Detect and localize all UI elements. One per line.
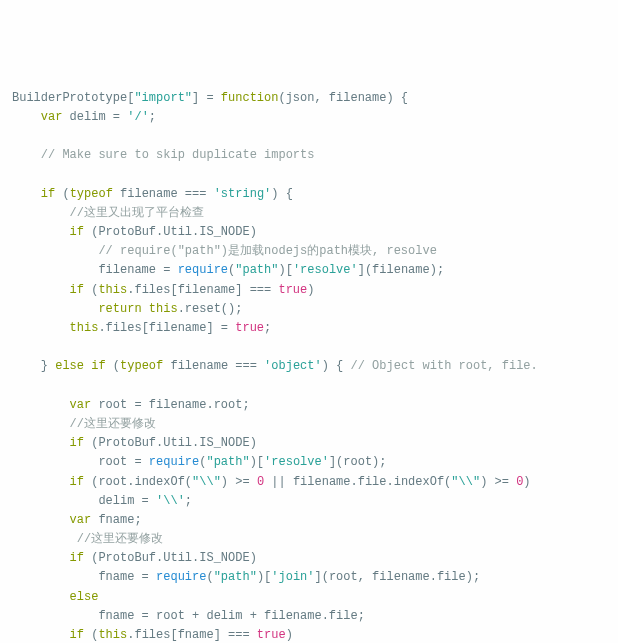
code-token: require — [156, 570, 206, 584]
code-token — [12, 513, 70, 527]
code-token: )[ — [250, 455, 264, 469]
code-token — [12, 417, 70, 431]
code-token: filename === — [113, 187, 214, 201]
code-token: require — [178, 263, 228, 277]
code-token — [12, 244, 98, 258]
code-token: || filename.file.indexOf( — [264, 475, 451, 489]
code-token: 'string' — [214, 187, 272, 201]
code-token: true — [235, 321, 264, 335]
code-token — [12, 436, 70, 450]
code-token: )[ — [257, 570, 271, 584]
code-token — [12, 206, 70, 220]
code-token: if — [91, 359, 105, 373]
code-token: ( — [106, 359, 120, 373]
code-token: if — [70, 225, 84, 239]
code-token: // Object with root, file. — [351, 359, 538, 373]
code-token — [12, 321, 70, 335]
code-token — [12, 187, 41, 201]
code-token: ; — [149, 110, 156, 124]
code-token: typeof — [70, 187, 113, 201]
code-token: ) — [523, 475, 530, 489]
code-token: .files[fname] === — [127, 628, 257, 642]
code-token: ( — [84, 628, 98, 642]
code-token: .files[filename] = — [98, 321, 235, 335]
code-token: ( — [206, 570, 213, 584]
code-token: // require("path")是加载nodejs的path模块, reso… — [98, 244, 436, 258]
code-token: ) >= — [480, 475, 516, 489]
code-token — [12, 532, 77, 546]
code-token — [142, 302, 149, 316]
code-token: ) — [286, 628, 293, 642]
code-token — [12, 551, 70, 565]
code-token: filename = — [12, 263, 178, 277]
code-token: require — [149, 455, 199, 469]
code-token: ) — [307, 283, 314, 297]
code-token: // Make sure to skip duplicate imports — [41, 148, 315, 162]
code-token: //这里还要修改 — [77, 532, 163, 546]
code-token: (root.indexOf( — [84, 475, 192, 489]
code-token: 'resolve' — [293, 263, 358, 277]
code-token: "path" — [206, 455, 249, 469]
code-token — [12, 225, 70, 239]
code-token: fname; — [91, 513, 141, 527]
code-token: if — [70, 436, 84, 450]
code-token: delim = — [62, 110, 127, 124]
code-token: ] = — [192, 91, 221, 105]
code-token: fname = root + delim + filename.file; — [12, 609, 365, 623]
code-token — [12, 148, 41, 162]
code-token: "path" — [235, 263, 278, 277]
code-token: ( — [84, 283, 98, 297]
code-token: ](filename); — [358, 263, 444, 277]
code-token — [12, 590, 70, 604]
code-token: root = — [12, 455, 149, 469]
code-token — [12, 398, 70, 412]
code-token: 'join' — [271, 570, 314, 584]
code-token: var — [70, 398, 92, 412]
code-token: (ProtoBuf.Util.IS_NODE) — [84, 551, 257, 565]
code-token: var — [70, 513, 92, 527]
code-token: "import" — [134, 91, 192, 105]
code-token: filename === — [163, 359, 264, 373]
code-token: function — [221, 91, 279, 105]
code-token: true — [278, 283, 307, 297]
code-token: "\\" — [192, 475, 221, 489]
code-token: '\\' — [156, 494, 185, 508]
code-token: typeof — [120, 359, 163, 373]
code-token: if — [70, 628, 84, 642]
code-token: if — [41, 187, 55, 201]
code-token: "path" — [214, 570, 257, 584]
code-token: .files[filename] === — [127, 283, 278, 297]
code-token: this — [98, 628, 127, 642]
code-token: //这里又出现了平台检查 — [70, 206, 204, 220]
code-token: return — [98, 302, 141, 316]
code-token: } — [12, 359, 55, 373]
code-token: if — [70, 551, 84, 565]
code-token: (json, filename) { — [278, 91, 408, 105]
code-token: if — [70, 283, 84, 297]
code-token: ( — [55, 187, 69, 201]
code-token: ](root, filename.file); — [315, 570, 481, 584]
code-token: 'resolve' — [264, 455, 329, 469]
code-token — [12, 302, 98, 316]
code-token: this — [98, 283, 127, 297]
code-token: delim = — [12, 494, 156, 508]
code-token: fname = — [12, 570, 156, 584]
code-token: root = filename.root; — [91, 398, 249, 412]
code-token: )[ — [278, 263, 292, 277]
code-token: ; — [185, 494, 192, 508]
code-token — [12, 628, 70, 642]
code-token: //这里还要修改 — [70, 417, 156, 431]
code-token: ; — [264, 321, 271, 335]
code-token: ](root); — [329, 455, 387, 469]
code-token: true — [257, 628, 286, 642]
code-token: ) { — [322, 359, 351, 373]
code-token: .reset(); — [178, 302, 243, 316]
code-block: BuilderPrototype["import"] = function(js… — [12, 89, 606, 643]
code-token: '/' — [127, 110, 149, 124]
code-token: ) { — [271, 187, 293, 201]
code-token: "\\" — [451, 475, 480, 489]
code-token — [12, 283, 70, 297]
code-token: 'object' — [264, 359, 322, 373]
code-token: this — [149, 302, 178, 316]
code-token: this — [70, 321, 99, 335]
